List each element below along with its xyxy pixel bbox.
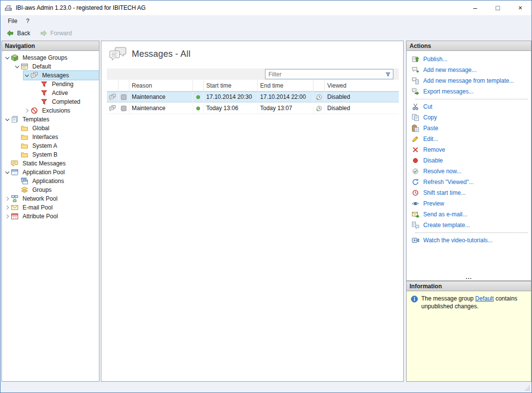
forward-button[interactable]: Forward <box>37 28 74 39</box>
information-text: The message group Default contains unpub… <box>421 295 527 310</box>
filter-input[interactable] <box>266 71 385 78</box>
column-header-spacer[interactable] <box>193 80 204 91</box>
action-label: Preview <box>423 200 444 207</box>
action-resolve-now[interactable]: Resolve now... <box>407 166 531 177</box>
viewed-clock-icon <box>315 105 323 112</box>
reason-cell: Maintenance <box>129 92 193 102</box>
tree-item-label: Applications <box>31 177 66 185</box>
back-button[interactable]: Back <box>3 28 33 39</box>
chevron-expanded-icon[interactable] <box>4 57 11 59</box>
export-messages-icon <box>411 88 419 95</box>
tree-item-label: Network Pool <box>21 195 59 203</box>
action-disable[interactable]: Disable <box>407 155 531 166</box>
action-label: Disable <box>423 157 443 164</box>
templates-icon <box>11 116 19 123</box>
tree-item-interfaces[interactable]: Interfaces <box>14 133 99 141</box>
tree-item-global[interactable]: Global <box>14 124 99 133</box>
column-header-spacer[interactable] <box>314 80 325 91</box>
action-paste[interactable]: Paste <box>407 123 531 134</box>
tree-item-attribute-pool[interactable]: Attribute Pool <box>4 212 99 221</box>
folder-icon <box>21 142 28 150</box>
forward-arrow-icon <box>39 29 48 38</box>
minimize-button[interactable]: – <box>464 0 486 15</box>
column-header-spacer[interactable] <box>107 80 119 91</box>
tree-item-messages[interactable]: Messages <box>24 71 99 80</box>
default-group-link[interactable]: Default <box>475 295 494 302</box>
action-send-as-e-mail[interactable]: Send as e-mail... <box>407 209 531 220</box>
tree-item-default[interactable]: Default <box>14 62 99 71</box>
tree-item-message-groups[interactable]: Message Groups <box>4 53 99 62</box>
tree-item-e-mail-pool[interactable]: E-mail Pool <box>4 203 99 212</box>
action-shift-start-time[interactable]: Shift start time... <box>407 187 531 198</box>
resolve-icon <box>411 167 419 175</box>
tree-item-completed[interactable]: Completed <box>33 97 99 106</box>
message-groups-icon <box>11 54 19 62</box>
column-header-viewed[interactable]: Viewed <box>325 80 399 91</box>
tree-item-groups[interactable]: Groups <box>14 185 99 194</box>
window-controls: – □ × <box>464 0 532 15</box>
action-add-new-message[interactable]: Add new message... <box>407 65 531 75</box>
cut-icon <box>411 103 419 111</box>
action-cut[interactable]: Cut <box>407 101 531 112</box>
tree-item-network-pool[interactable]: Network Pool <box>4 194 99 203</box>
actions-overflow-handle[interactable]: ... <box>407 274 531 280</box>
action-edit[interactable]: Edit... <box>407 134 531 144</box>
tree-item-label: Templates <box>21 116 51 123</box>
column-header-start-time[interactable]: Start time <box>204 80 258 91</box>
tree-item-system-b[interactable]: System B <box>14 150 99 159</box>
maximize-button[interactable]: □ <box>486 0 509 15</box>
action-refresh-viewed[interactable]: Refresh "Viewed"... <box>407 177 531 187</box>
tree-item-applications[interactable]: Applications <box>14 177 99 185</box>
tree-item-static-messages[interactable]: Static Messages <box>4 159 99 168</box>
chevron-collapsed-icon[interactable] <box>24 109 30 112</box>
action-add-new-message-from-template[interactable]: Add new message from template... <box>407 75 531 86</box>
tree-item-application-pool[interactable]: Application Pool <box>4 168 99 177</box>
action-create-template[interactable]: Create template... <box>407 220 531 231</box>
tree-item-label: Active <box>50 89 70 97</box>
tree-item-pending[interactable]: Pending <box>33 80 99 89</box>
action-preview[interactable]: Preview <box>407 198 531 209</box>
gray-square-icon <box>120 105 127 112</box>
disable-icon <box>411 157 419 164</box>
chevron-collapsed-icon[interactable] <box>4 197 11 200</box>
chevron-expanded-icon[interactable] <box>14 66 21 68</box>
main-title-row: Messages - All <box>101 41 403 62</box>
navigation-panel: Navigation Message GroupsDefaultMessages… <box>1 41 99 382</box>
groups-icon <box>21 186 28 194</box>
chevron-expanded-icon[interactable] <box>4 118 11 120</box>
menu-file[interactable]: File <box>3 16 22 26</box>
action-publish[interactable]: Publish... <box>407 54 531 65</box>
tree-item-exclusions[interactable]: Exclusions <box>24 106 99 115</box>
green-dot-icon-cell <box>193 103 204 114</box>
column-header-reason[interactable]: Reason <box>129 80 193 91</box>
shift-time-icon <box>411 189 419 197</box>
tree-item-templates[interactable]: Templates <box>4 115 99 124</box>
action-label: Watch the video-tutorials... <box>423 237 493 244</box>
action-label: Add new message... <box>423 67 477 73</box>
close-button[interactable]: × <box>509 0 532 15</box>
tree-item-active[interactable]: Active <box>33 89 99 97</box>
tree-item-system-a[interactable]: System A <box>14 141 99 150</box>
chevron-expanded-icon[interactable] <box>24 74 30 76</box>
action-watch-the-video-tutorials[interactable]: Watch the video-tutorials... <box>407 235 531 246</box>
menu-help[interactable]: ? <box>22 16 34 26</box>
action-export-messages[interactable]: Export messages... <box>407 86 531 97</box>
message-row[interactable]: MaintenanceToday 13:06Today 13:07Disable… <box>107 103 399 114</box>
gray-square-icon-cell <box>119 103 129 114</box>
message-row[interactable]: Maintenance17.10.2014 20:3017.10.2014 22… <box>107 92 399 103</box>
chevron-expanded-icon[interactable] <box>4 171 11 173</box>
filter-funnel-icon[interactable] <box>385 71 391 78</box>
action-copy[interactable]: Copy <box>407 112 531 123</box>
resize-grip[interactable] <box>524 385 530 391</box>
column-header-spacer[interactable] <box>119 80 129 91</box>
chevron-collapsed-icon[interactable] <box>4 206 11 209</box>
menubar: File ? <box>0 15 532 27</box>
chevron-collapsed-icon[interactable] <box>4 215 11 218</box>
actions-panel: Actions Publish...Add new message...Add … <box>406 41 532 281</box>
action-remove[interactable]: Remove <box>407 144 531 155</box>
column-header-end-time[interactable]: End time <box>258 80 314 91</box>
folder-icon <box>21 151 28 159</box>
filter-box <box>265 69 393 79</box>
page-title: Messages - All <box>132 49 191 59</box>
exclusions-icon <box>30 107 38 115</box>
